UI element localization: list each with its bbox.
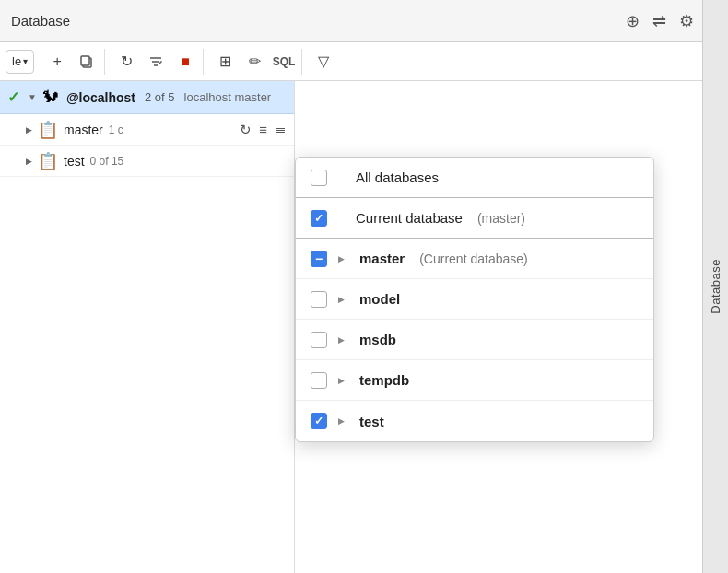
expand-icon[interactable]: ▼	[28, 92, 37, 102]
check-mark-test: ✓	[314, 415, 323, 427]
server-icon: 🐿	[42, 88, 59, 107]
db-header-title: Database	[11, 13, 70, 29]
svg-rect-1	[81, 56, 89, 65]
grid-button[interactable]: ⊞	[211, 49, 239, 75]
db-header: Database ⊕ ⇌ ⚙ −	[0, 0, 728, 42]
toolbar-group-add: +	[40, 49, 105, 75]
chevron-msdb[interactable]: ▶	[338, 335, 345, 345]
db-name-master: master	[64, 123, 103, 137]
checkbox-tempdb[interactable]	[311, 372, 327, 389]
check-icon: ✓	[7, 88, 22, 106]
copy-button[interactable]	[73, 49, 100, 75]
server-detail: localhost master	[184, 90, 272, 104]
checkbox-master[interactable]: −	[311, 251, 327, 267]
dropdown-label-test: test	[359, 414, 384, 429]
sync-icon[interactable]: ↻	[240, 122, 252, 138]
dropdown-label-msdb: msdb	[359, 332, 396, 347]
toolbar-group-actions: ↻ ■	[109, 49, 204, 75]
chevron-model[interactable]: ▶	[338, 295, 345, 304]
db-side-tab-label: Database	[709, 259, 722, 314]
stop-button[interactable]: ■	[171, 49, 199, 75]
db-side-tab[interactable]: Database	[702, 0, 728, 573]
checkbox-test[interactable]: ✓	[311, 413, 327, 429]
gear-icon[interactable]: ⚙	[679, 11, 694, 31]
align1-icon[interactable]: ≡	[259, 122, 267, 137]
checkbox-msdb[interactable]	[311, 332, 327, 348]
chevron-tempdb[interactable]: ▶	[338, 376, 345, 385]
dropdown-label-master: master	[359, 251, 405, 266]
dropdown-label-current-database: Current database	[356, 210, 463, 226]
view-dropdown[interactable]: le ▾	[6, 50, 34, 74]
tree-row-icons: ↻ ≡ ≣	[240, 122, 287, 138]
refresh-button[interactable]: ↻	[112, 49, 140, 75]
chevron-test[interactable]: ▶	[338, 416, 345, 426]
localhost-row[interactable]: ✓ ▼ 🐿 @localhost 2 of 5 localhost master	[0, 81, 294, 114]
dropdown-sub-master: (Current database)	[419, 251, 528, 266]
filter-dropdown-popup: ▶ All databases ✓ ▶ Current database (ma…	[295, 157, 654, 442]
server-count: 2 of 5	[145, 90, 175, 104]
dropdown-item-current-database[interactable]: ✓ ▶ Current database (master)	[296, 198, 653, 239]
dropdown-item-tempdb[interactable]: ▶ tempdb	[296, 360, 653, 401]
dropdown-arrow: ▾	[23, 56, 28, 66]
expand-arrow[interactable]: ▶	[26, 157, 32, 166]
add-button[interactable]: +	[43, 49, 71, 75]
dropdown-sub-current-database: (master)	[477, 211, 525, 226]
db-name-test: test	[64, 154, 85, 169]
dropdown-label-tempdb: tempdb	[359, 372, 409, 388]
folder-icon: 📋	[38, 151, 58, 171]
edit-button[interactable]: ✏	[241, 49, 268, 75]
dropdown-item-msdb[interactable]: ▶ msdb	[296, 320, 653, 360]
expand-arrow[interactable]: ▶	[26, 125, 32, 134]
checkbox-current-database[interactable]: ✓	[311, 210, 327, 227]
dropdown-label-model: model	[359, 291, 400, 307]
filter-button[interactable]: ▽	[310, 49, 337, 75]
checkbox-model[interactable]	[311, 291, 327, 308]
dropdown-item-test[interactable]: ✓ ▶ test	[296, 401, 653, 441]
split-icon[interactable]: ⇌	[652, 11, 666, 31]
db-count-test: 0 of 15	[90, 155, 124, 168]
folder-icon: 📋	[38, 120, 58, 140]
tree-area: ✓ ▼ 🐿 @localhost 2 of 5 localhost master…	[0, 81, 295, 573]
dash-mark: −	[315, 252, 323, 265]
dropdown-item-model[interactable]: ▶ model	[296, 279, 653, 320]
chevron-master[interactable]: ▶	[338, 254, 345, 263]
dropdown-item-master[interactable]: − ▶ master (Current database)	[296, 239, 653, 279]
checkbox-all-databases[interactable]	[311, 170, 327, 186]
tree-item-test[interactable]: ▶ 📋 test 0 of 15	[0, 146, 294, 177]
dropdown-label-all-databases: All databases	[356, 170, 439, 185]
dropdown-label: le	[12, 54, 21, 68]
dropdown-item-all-databases[interactable]: ▶ All databases	[296, 158, 653, 198]
db-count-master: 1 c	[109, 123, 123, 136]
server-name: @localhost	[66, 90, 135, 105]
toolbar-group-view: ⊞ ✏ SQL	[207, 49, 302, 75]
sql-button[interactable]: SQL	[270, 49, 298, 75]
toolbar-group-filter: ▽	[306, 49, 341, 75]
tree-item-master[interactable]: ▶ 📋 master 1 c ↻ ≡ ≣	[0, 114, 294, 146]
align2-icon[interactable]: ≣	[275, 122, 287, 138]
filter-edit-button[interactable]	[142, 49, 170, 75]
add-circle-icon[interactable]: ⊕	[626, 11, 640, 31]
toolbar: le ▾ + ↻ ■	[0, 42, 728, 81]
check-mark: ✓	[314, 213, 323, 224]
